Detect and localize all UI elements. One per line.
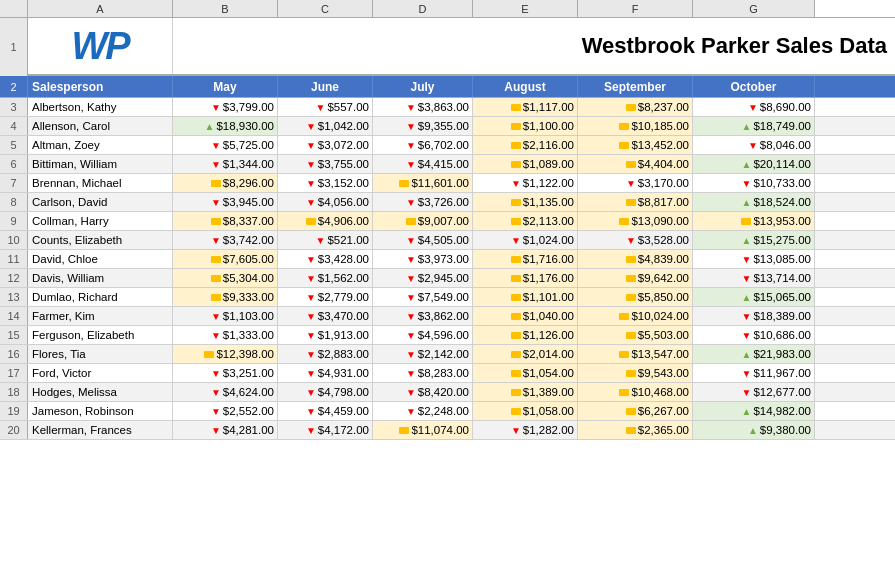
col-letter-c[interactable]: C [278, 0, 373, 17]
june-value: ▼$557.00 [278, 98, 373, 116]
june-value: ▼$3,470.00 [278, 307, 373, 325]
col-letter-e[interactable]: E [473, 0, 578, 17]
salesperson-name: Ferguson, Elizabeth [28, 326, 173, 344]
may-value: ▲$18,930.00 [173, 117, 278, 135]
october-value: $13,953.00 [693, 212, 815, 230]
row-num: 15 [0, 326, 28, 344]
salesperson-name: Dumlao, Richard [28, 288, 173, 306]
august-value: ▼$1,122.00 [473, 174, 578, 192]
col-letter-b[interactable]: B [173, 0, 278, 17]
table-row: 18 Hodges, Melissa ▼$4,624.00 ▼$4,798.00… [0, 383, 895, 402]
table-row: 9 Collman, Harry $8,337.00 $4,906.00 $9,… [0, 212, 895, 231]
july-value: ▼$8,283.00 [373, 364, 473, 382]
august-value: $1,040.00 [473, 307, 578, 325]
june-value: ▼$4,172.00 [278, 421, 373, 439]
july-value: ▼$9,355.00 [373, 117, 473, 135]
header-july[interactable]: July [373, 76, 473, 97]
table-row: 11 David, Chloe $7,605.00 ▼$3,428.00 ▼$3… [0, 250, 895, 269]
row-num-1: 1 [0, 18, 28, 76]
row-num: 19 [0, 402, 28, 420]
october-value: ▼$18,389.00 [693, 307, 815, 325]
july-value: ▼$4,505.00 [373, 231, 473, 249]
september-value: $8,817.00 [578, 193, 693, 211]
table-row: 20 Kellerman, Frances ▼$4,281.00 ▼$4,172… [0, 421, 895, 440]
row-num: 12 [0, 269, 28, 287]
row-num: 11 [0, 250, 28, 268]
july-value: ▼$7,549.00 [373, 288, 473, 306]
salesperson-name: Brennan, Michael [28, 174, 173, 192]
table-row: 15 Ferguson, Elizabeth ▼$1,333.00 ▼$1,91… [0, 326, 895, 345]
august-value: $1,054.00 [473, 364, 578, 382]
may-value: ▼$1,344.00 [173, 155, 278, 173]
october-value: ▲$20,114.00 [693, 155, 815, 173]
june-value: ▼$3,072.00 [278, 136, 373, 154]
may-value: ▼$4,624.00 [173, 383, 278, 401]
row-num: 10 [0, 231, 28, 249]
september-value: $4,839.00 [578, 250, 693, 268]
september-value: $10,468.00 [578, 383, 693, 401]
september-value: ▼$3,528.00 [578, 231, 693, 249]
row-num: 7 [0, 174, 28, 192]
september-value: $8,237.00 [578, 98, 693, 116]
july-value: ▼$2,248.00 [373, 402, 473, 420]
table-row: 19 Jameson, Robinson ▼$2,552.00 ▼$4,459.… [0, 402, 895, 421]
table-row: 14 Farmer, Kim ▼$1,103.00 ▼$3,470.00 ▼$3… [0, 307, 895, 326]
table-row: 6 Bittiman, William ▼$1,344.00 ▼$3,755.0… [0, 155, 895, 174]
october-value: ▲$15,275.00 [693, 231, 815, 249]
august-value: $2,116.00 [473, 136, 578, 154]
salesperson-name: Bittiman, William [28, 155, 173, 173]
table-row: 7 Brennan, Michael $8,296.00 ▼$3,152.00 … [0, 174, 895, 193]
corner-cell [0, 0, 28, 17]
row-num: 13 [0, 288, 28, 306]
july-value: $11,601.00 [373, 174, 473, 192]
august-value: $1,135.00 [473, 193, 578, 211]
september-value: $9,543.00 [578, 364, 693, 382]
september-value: $6,267.00 [578, 402, 693, 420]
header-june[interactable]: June [278, 76, 373, 97]
spreadsheet: A B C D E F G 1 WP Westbrook Parker Sale… [0, 0, 895, 440]
header-october[interactable]: October [693, 76, 815, 97]
october-value: ▲$15,065.00 [693, 288, 815, 306]
october-value: ▼$8,690.00 [693, 98, 815, 116]
col-letter-f[interactable]: F [578, 0, 693, 17]
september-value: $13,547.00 [578, 345, 693, 363]
august-value: ▼$1,282.00 [473, 421, 578, 439]
row-num-2: 2 [0, 76, 28, 97]
row-num: 4 [0, 117, 28, 135]
logo-cell: WP [28, 18, 173, 74]
october-value: ▼$8,046.00 [693, 136, 815, 154]
june-value: ▼$3,152.00 [278, 174, 373, 192]
june-value: ▼$1,042.00 [278, 117, 373, 135]
col-letter-g[interactable]: G [693, 0, 815, 17]
june-value: ▼$1,562.00 [278, 269, 373, 287]
salesperson-name: Carlson, David [28, 193, 173, 211]
october-value: ▼$10,686.00 [693, 326, 815, 344]
salesperson-name: Farmer, Kim [28, 307, 173, 325]
may-value: $8,296.00 [173, 174, 278, 192]
may-value: ▼$3,742.00 [173, 231, 278, 249]
october-value: ▲$18,524.00 [693, 193, 815, 211]
may-value: $7,605.00 [173, 250, 278, 268]
table-row: 5 Altman, Zoey ▼$5,725.00 ▼$3,072.00 ▼$6… [0, 136, 895, 155]
col-letter-d[interactable]: D [373, 0, 473, 17]
may-value: $8,337.00 [173, 212, 278, 230]
september-value: $5,850.00 [578, 288, 693, 306]
october-value: ▲$21,983.00 [693, 345, 815, 363]
header-salesperson[interactable]: Salesperson [28, 76, 173, 97]
june-value: $4,906.00 [278, 212, 373, 230]
row-num: 16 [0, 345, 28, 363]
row-num: 18 [0, 383, 28, 401]
header-september[interactable]: September [578, 76, 693, 97]
header-august[interactable]: August [473, 76, 578, 97]
october-value: ▼$10,733.00 [693, 174, 815, 192]
header-may[interactable]: May [173, 76, 278, 97]
june-value: ▼$2,883.00 [278, 345, 373, 363]
august-value: $1,100.00 [473, 117, 578, 135]
salesperson-name: Ford, Victor [28, 364, 173, 382]
october-value: ▼$13,714.00 [693, 269, 815, 287]
july-value: ▼$6,702.00 [373, 136, 473, 154]
salesperson-name: Kellerman, Frances [28, 421, 173, 439]
may-value: ▼$2,552.00 [173, 402, 278, 420]
salesperson-name: Flores, Tia [28, 345, 173, 363]
col-letter-a[interactable]: A [28, 0, 173, 17]
